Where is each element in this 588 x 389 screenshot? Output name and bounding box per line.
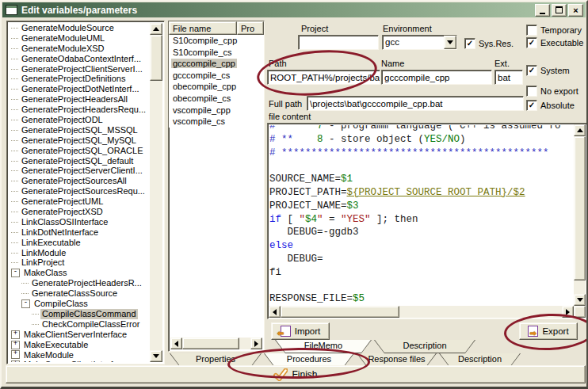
list-item[interactable]: obecompile_cpp — [169, 81, 264, 93]
executable-checkbox[interactable]: ✓ Executable — [526, 37, 583, 48]
scrollbar-thumb[interactable] — [574, 136, 586, 280]
list-item[interactable]: vscompile_cpp — [169, 105, 264, 116]
scroll-left-button[interactable] — [269, 306, 281, 318]
tree-item[interactable]: GenerateProjectSQL_MySQL — [9, 135, 150, 146]
minus-expander-icon[interactable]: - — [21, 299, 30, 308]
tree-item[interactable]: GenerateProjectDefinitions — [9, 74, 150, 84]
checkbox-box: ✓ — [526, 65, 537, 76]
file-list-panel: File name Pro S10compile_cppS10compile_c… — [168, 21, 265, 352]
tree-item[interactable]: GenerateProjectSourcesRequ... — [9, 186, 150, 196]
tree-item[interactable]: GenerateProjectSQL_default — [9, 156, 150, 166]
project-input[interactable] — [298, 35, 379, 50]
tree-item[interactable]: GenerateProjectHeadersAll — [9, 94, 150, 105]
temporary-checkbox[interactable]: Temporary — [526, 25, 582, 36]
tree-item[interactable]: GenerateModuleUML — [9, 33, 150, 44]
close-button[interactable]: × — [568, 4, 583, 17]
checkbox-box — [526, 86, 537, 97]
tree-item[interactable]: CompileClassCommand — [9, 309, 150, 319]
tree-vertical-scrollbar[interactable] — [150, 23, 162, 362]
plus-expander-icon[interactable]: + — [11, 360, 20, 362]
tree-item[interactable]: LinkModule — [9, 248, 150, 258]
tree-item[interactable]: LinkExecutable — [9, 238, 150, 248]
tree-item[interactable]: GenerateProjectClientServerI... — [9, 64, 150, 74]
tree-item[interactable]: -MakeClass — [9, 268, 150, 278]
absolute-label: Absolute — [540, 101, 575, 110]
tree-item[interactable]: LinkDotNetInterface — [9, 227, 150, 238]
tree-item[interactable]: +MakeExecutable — [9, 340, 150, 350]
tree-item-label: CheckCompileClassError — [40, 319, 141, 330]
tab-filememo[interactable]: FileMemo — [275, 340, 372, 353]
minus-expander-icon[interactable]: - — [11, 269, 20, 277]
file-content-editor[interactable]: # ** 7 - programm language ( C++ is assu… — [267, 123, 587, 319]
name-input[interactable]: gcccompile_cpp — [381, 70, 492, 85]
tree-item[interactable]: GenerateProjectXSD — [9, 207, 150, 217]
list-item[interactable]: obecompile_cs — [169, 93, 264, 105]
system-checkbox[interactable]: ✓ System — [526, 65, 570, 76]
tree-item[interactable]: +MakeServerClientInterf... — [9, 360, 150, 362]
noexport-checkbox[interactable]: No export — [526, 86, 578, 97]
scroll-left-button[interactable] — [170, 338, 182, 349]
code-vertical-scrollbar[interactable] — [574, 124, 586, 306]
code-line: if [ "$4" = "YES" ]; then — [269, 213, 573, 227]
scroll-down-button[interactable] — [150, 350, 162, 362]
tree-item[interactable]: +MakeClientServerInterface — [9, 330, 150, 340]
code-horizontal-scrollbar[interactable] — [269, 306, 574, 318]
scrollbar-thumb[interactable] — [150, 35, 162, 81]
tree-item[interactable]: GenerateProjectHeadersRequ... — [9, 105, 150, 115]
tree-item[interactable]: GenerateProjectSourcesAll — [9, 176, 150, 186]
plus-expander-icon[interactable]: + — [11, 330, 20, 339]
path-input[interactable]: ROOT_PATH%/projects/bat — [267, 70, 380, 85]
tree-item[interactable]: -CompileClass — [9, 299, 150, 309]
scroll-up-button[interactable] — [150, 23, 162, 35]
list-item[interactable]: gcccompile_cs — [169, 70, 264, 82]
plus-expander-icon[interactable]: + — [11, 350, 20, 359]
column-header-file-name[interactable]: File name — [169, 21, 237, 35]
absolute-checkbox[interactable]: ✓ Absolute — [526, 100, 575, 111]
tree-item[interactable]: GenerateProjectHeadersR... — [9, 278, 150, 288]
combo-dropdown-button[interactable] — [444, 36, 456, 49]
tree-item[interactable]: LinkClassOSIInterface — [9, 217, 150, 227]
list-item[interactable]: gcccompile_cpp — [169, 58, 264, 70]
ext-input[interactable]: bat — [494, 70, 523, 85]
list-item[interactable]: S10compile_cpp — [169, 35, 264, 47]
tree-connector-icon — [11, 212, 18, 212]
scrollbar-thumb[interactable] — [182, 338, 239, 349]
tab-description[interactable]: Description — [374, 340, 475, 353]
tree-item[interactable]: GenerateModuleXSD — [9, 44, 150, 54]
tree-item[interactable]: CheckCompileClassError — [9, 319, 150, 330]
environment-select[interactable]: gcc — [382, 35, 457, 50]
tree-item[interactable]: GenerateProjectODL — [9, 115, 150, 125]
finish-button[interactable]: Finish — [6, 365, 586, 383]
column-header-pro[interactable]: Pro — [237, 21, 264, 35]
tree-item[interactable]: +MakeModule — [9, 350, 150, 360]
tree-item[interactable]: GenerateProjectSQL_MSSQL — [9, 125, 150, 135]
tree-item[interactable]: GenerateProjectSQL_ORACLE — [9, 146, 150, 156]
scroll-up-button[interactable] — [574, 124, 586, 136]
scroll-down-button[interactable] — [574, 294, 586, 306]
fullpath-input[interactable]: \projects\bat\gcccompile_cpp.bat — [307, 96, 524, 111]
scrollbar-thumb[interactable] — [281, 306, 399, 318]
export-button[interactable]: ➡ Export — [519, 322, 578, 340]
scroll-right-button[interactable] — [250, 338, 262, 349]
plus-expander-icon[interactable]: + — [11, 341, 20, 349]
list-item[interactable]: vscompile_cs — [169, 116, 264, 128]
tree-connector-icon — [11, 140, 18, 141]
list-item-label: obecompile_cpp — [171, 82, 238, 91]
list-horizontal-scrollbar[interactable] — [170, 338, 262, 349]
maximize-button[interactable] — [552, 4, 567, 17]
tree-item[interactable]: GenerateModuleSource — [9, 23, 150, 33]
import-button[interactable]: ⬅ Import — [271, 322, 330, 340]
actions-tree-panel: GenerateModuleSourceGenerateModuleUMLGen… — [6, 21, 165, 364]
sysres-checkbox[interactable]: ✓ Sys.Res. — [464, 38, 514, 49]
list-item[interactable]: S10compile_cs — [169, 47, 264, 59]
tree-item[interactable]: LinkProject — [9, 257, 150, 268]
tree-item[interactable]: GenerateProjectUML — [9, 196, 150, 207]
tree-item[interactable]: GenerateProjectServerClientI... — [9, 166, 150, 176]
tree-item[interactable]: GenerateProjectDotNetInterf... — [9, 84, 150, 94]
scroll-right-button[interactable] — [562, 306, 574, 318]
finish-button-label: Finish — [292, 369, 317, 380]
minimize-button[interactable] — [535, 4, 550, 17]
tree-item[interactable]: GenerateClassSource — [9, 288, 150, 299]
tree-item[interactable]: GenerateOdabaContextInterf... — [9, 54, 150, 64]
titlebar[interactable]: Edit variables/parameters × — [2, 2, 586, 17]
